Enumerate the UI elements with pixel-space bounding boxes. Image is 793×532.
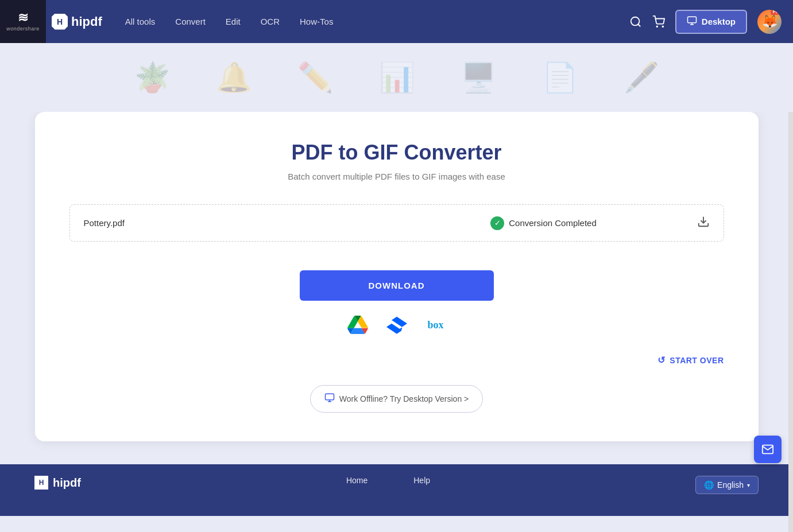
- file-name: Pottery.pdf: [84, 218, 390, 228]
- status-text: Conversion Completed: [509, 218, 597, 228]
- nav-how-tos[interactable]: How-Tos: [300, 17, 333, 26]
- cart-button[interactable]: [652, 15, 665, 28]
- desktop-banner-label: Work Offline? Try Desktop Version >: [339, 394, 469, 403]
- page-subtitle: Batch convert multiple PDF files to GIF …: [69, 172, 724, 181]
- svg-line-1: [638, 24, 640, 26]
- desktop-button[interactable]: Desktop: [675, 10, 747, 34]
- bg-icon-lamp: 🔔: [216, 61, 252, 94]
- navbar: ≋ wondershare H hipdf All tools Convert …: [0, 0, 793, 43]
- svg-rect-4: [687, 17, 696, 23]
- chevron-down-icon: ▾: [747, 482, 750, 488]
- footer-col-home: Home: [346, 476, 368, 485]
- main-content: PDF to GIF Converter Batch convert multi…: [0, 112, 793, 464]
- converter-card: PDF to GIF Converter Batch convert multi…: [35, 112, 759, 441]
- bg-icon-pen: 🖋️: [624, 61, 659, 94]
- footer-hipdf-text: hipdf: [53, 476, 81, 490]
- dropbox-button[interactable]: [384, 312, 409, 337]
- bg-icon-screen: 🖥️: [461, 61, 496, 94]
- svg-rect-8: [325, 394, 334, 400]
- nav-links: All tools Convert Edit OCR How-Tos: [125, 17, 629, 26]
- cloud-storage-icons: box: [345, 312, 448, 337]
- search-button[interactable]: [629, 15, 642, 28]
- hero-background: 🪴 🔔 ✏️ 📊 🖥️ 📄 🖋️: [0, 43, 793, 112]
- start-over-icon: ↺: [657, 355, 666, 366]
- wondershare-text: wondershare: [6, 26, 40, 32]
- google-drive-button[interactable]: [345, 312, 370, 337]
- nav-convert[interactable]: Convert: [175, 17, 206, 26]
- hipdf-icon: H: [52, 14, 68, 30]
- bg-icon-plant: 🪴: [134, 61, 170, 94]
- avatar-image: 🦊: [762, 14, 777, 29]
- nav-actions: Desktop 🦊 Pro: [629, 10, 782, 34]
- conversion-status: ✓ Conversion Completed: [390, 216, 697, 230]
- svg-point-3: [662, 26, 663, 27]
- desktop-banner: Work Offline? Try Desktop Version >: [69, 385, 724, 413]
- start-over-button[interactable]: ↺ START OVER: [657, 355, 724, 366]
- footer-link-help[interactable]: Help: [413, 476, 430, 485]
- start-over-label: START OVER: [670, 356, 724, 365]
- nav-edit[interactable]: Edit: [226, 17, 241, 26]
- svg-point-2: [656, 26, 657, 27]
- chat-button[interactable]: [754, 436, 782, 463]
- bg-icon-pencils: ✏️: [297, 61, 333, 94]
- file-list: Pottery.pdf ✓ Conversion Completed: [69, 204, 724, 242]
- start-over-section: ↺ START OVER: [69, 355, 724, 371]
- language-button[interactable]: 🌐 English ▾: [695, 476, 759, 494]
- desktop-button-icon: [687, 15, 697, 28]
- box-icon: box: [427, 319, 443, 331]
- desktop-button-label: Desktop: [702, 17, 736, 26]
- hipdf-logo-text: hipdf: [71, 14, 102, 29]
- nav-ocr[interactable]: OCR: [261, 17, 280, 26]
- language-label: English: [717, 480, 744, 490]
- hero-bg-decorations: 🪴 🔔 ✏️ 📊 🖥️ 📄 🖋️: [0, 43, 793, 112]
- footer-link-home[interactable]: Home: [346, 476, 368, 485]
- footer-logo: H hipdf: [34, 476, 81, 490]
- box-button[interactable]: box: [423, 312, 448, 337]
- nav-all-tools[interactable]: All tools: [125, 17, 156, 26]
- download-button[interactable]: DOWNLOAD: [300, 270, 494, 301]
- page-title: PDF to GIF Converter: [69, 141, 724, 165]
- globe-icon: 🌐: [704, 480, 714, 490]
- file-download-button[interactable]: [697, 215, 710, 231]
- desktop-banner-button[interactable]: Work Offline? Try Desktop Version >: [310, 385, 483, 413]
- svg-point-0: [631, 17, 640, 25]
- footer-language: 🌐 English ▾: [695, 476, 759, 494]
- footer-hipdf-icon: H: [34, 476, 48, 490]
- wondershare-logo: ≋ wondershare: [0, 0, 46, 43]
- download-section: DOWNLOAD: [69, 259, 724, 349]
- bg-icon-charts: 📊: [379, 61, 415, 94]
- footer: H hipdf Home Help 🌐 English ▾: [0, 464, 793, 516]
- footer-links: Home Help: [346, 476, 430, 485]
- hipdf-logo-link[interactable]: H hipdf: [52, 14, 102, 30]
- bg-icon-document: 📄: [542, 61, 578, 94]
- desktop-banner-icon: [324, 393, 335, 405]
- pro-badge: Pro: [771, 10, 782, 15]
- file-row: Pottery.pdf ✓ Conversion Completed: [70, 205, 724, 241]
- avatar[interactable]: 🦊 Pro: [757, 10, 782, 34]
- wondershare-icon: ≋: [18, 11, 28, 24]
- footer-col-help: Help: [413, 476, 430, 485]
- status-check-icon: ✓: [490, 216, 504, 230]
